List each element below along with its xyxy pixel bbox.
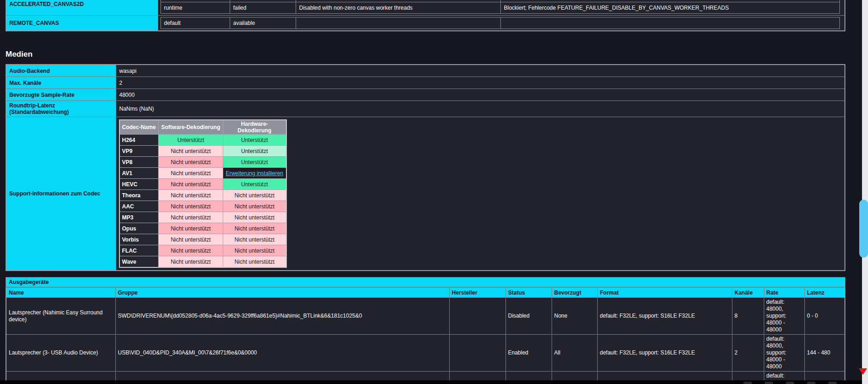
taskbar-icon[interactable] xyxy=(765,382,773,384)
table-row: Audio-Backend wasapi xyxy=(6,65,845,77)
media-value-cell: wasapi xyxy=(116,65,845,77)
taskbar-icon[interactable] xyxy=(743,382,752,384)
codec-support-cell: Nicht unterstützt xyxy=(223,190,286,201)
device-rate-cell: default: 48000, support: 48000 - 48000 xyxy=(764,298,804,335)
col-header-rate: Rate xyxy=(764,288,804,298)
codec-name-cell: Opus xyxy=(119,223,159,234)
col-header-status: Status xyxy=(505,288,552,298)
canvas-features-table: ACCELERATED_CANVAS2D runtime failed Disa… xyxy=(6,0,845,31)
media-label-cell: Roundtrip-Latenz (Standardabweichung) xyxy=(6,101,116,117)
codec-support-cell: Nicht unterstützt xyxy=(159,146,223,157)
device-rate-cell: default: 48000, support: 48000 - 48000 xyxy=(764,335,804,372)
output-devices-section-header: Ausgabegeräte xyxy=(6,277,845,287)
codec-support-cell: Nicht unterstützt xyxy=(223,234,286,245)
failure-code-cell: Blockiert; Fehlercode FEATURE_FAILURE_DI… xyxy=(500,2,840,14)
codec-row: Opus Nicht unterstützt Nicht unterstützt xyxy=(119,223,286,234)
taskbar-icon[interactable] xyxy=(828,382,837,384)
taskbar-icon[interactable] xyxy=(807,382,815,384)
device-row: Lautsprecher (3- USB Audio Device) USB\V… xyxy=(6,335,845,372)
codec-name-cell: FLAC xyxy=(119,245,159,256)
status-key-cell: default xyxy=(161,18,230,29)
codec-support-table: Codec-Name Software-Dekodierung Hardware… xyxy=(119,119,287,268)
status-key-cell: runtime xyxy=(161,2,230,14)
col-header-channels: Kanäle xyxy=(732,288,764,298)
codec-name-cell: Theora xyxy=(119,190,159,201)
device-vendor-cell xyxy=(449,298,505,335)
col-header-latency: Latenz xyxy=(804,288,845,298)
device-preferred-cell: All xyxy=(552,335,597,372)
codec-name-cell: HEVC xyxy=(119,179,159,190)
codec-support-cell: Nicht unterstützt xyxy=(159,234,223,245)
codec-support-label-cell: Support-Informationen zum Codec xyxy=(6,117,116,271)
feature-status-subtable: default available xyxy=(161,17,840,29)
codec-row: VP8 Nicht unterstützt Unterstützt xyxy=(119,157,286,168)
media-value-cell: 2 xyxy=(116,77,845,89)
device-status-cell: Enabled xyxy=(505,335,552,372)
codec-row: Vorbis Nicht unterstützt Nicht unterstüt… xyxy=(119,234,286,245)
col-header-format: Format xyxy=(597,288,732,298)
codec-support-cell: Nicht unterstützt xyxy=(159,190,223,201)
col-header-group: Gruppe xyxy=(115,288,449,298)
taskbar-icon[interactable] xyxy=(786,382,794,384)
output-devices-title: Ausgabegeräte xyxy=(9,279,49,285)
scrollbar-track[interactable] xyxy=(862,0,868,384)
codec-row: H264 Unterstützt Unterstützt xyxy=(119,135,286,146)
about-support-page: ACCELERATED_CANVAS2D runtime failed Disa… xyxy=(0,0,868,384)
device-name-cell: Lautsprecher (3- USB Audio Device) xyxy=(6,335,115,372)
device-vendor-cell xyxy=(449,335,505,372)
table-row: Bevorzugte Sample-Rate 48000 xyxy=(6,89,845,101)
codec-name-cell: VP8 xyxy=(119,157,159,168)
device-name-cell: Lautsprecher (Nahimic Easy Surround devi… xyxy=(6,298,115,335)
status-message-cell: Disabled with non-zero canvas worker thr… xyxy=(296,2,500,14)
taskbar xyxy=(0,380,868,384)
table-row: Support-Informationen zum Codec Codec-Na… xyxy=(6,117,845,271)
device-format-cell: default: F32LE, support: S16LE F32LE xyxy=(597,298,732,335)
codec-row: MP3 Nicht unterstützt Nicht unterstützt xyxy=(119,212,286,223)
codec-name-cell: AAC xyxy=(119,201,159,212)
status-message-cell xyxy=(296,18,500,29)
codec-support-cell: Nicht unterstützt xyxy=(223,256,286,268)
software-decoding-header: Software-Dekodierung xyxy=(159,120,223,135)
codec-support-cell: Nicht unterstützt xyxy=(159,179,223,190)
feature-status-cell: default available xyxy=(158,16,845,31)
media-label-cell: Audio-Backend xyxy=(6,65,116,77)
output-devices-table: Name Gruppe Hersteller Status Bevorzugt … xyxy=(6,287,845,384)
codec-row: HEVC Nicht unterstützt Unterstützt xyxy=(119,179,286,190)
feature-label-cell: ACCELERATED_CANVAS2D xyxy=(6,0,158,16)
codec-support-cell: Unterstützt xyxy=(223,157,286,168)
failure-code-cell xyxy=(500,18,840,29)
codec-support-cell: Nicht unterstützt xyxy=(159,201,223,212)
codec-support-cell: Nicht unterstützt xyxy=(223,245,286,256)
device-latency-cell: 0 - 0 xyxy=(804,298,845,335)
codec-name-cell: AV1 xyxy=(119,168,159,179)
device-group-cell: USB\VID_040D&PID_340A&MI_00\7&26f71f6e&0… xyxy=(115,335,449,372)
media-value-cell: 48000 xyxy=(116,89,845,101)
codec-name-cell: MP3 xyxy=(119,212,159,223)
codec-support-cell: Nicht unterstützt xyxy=(159,245,223,256)
codec-row: AV1 Nicht unterstützt Erweiterung instal… xyxy=(119,168,286,179)
codec-support-cell: Unterstützt xyxy=(223,179,286,190)
table-row: Max. Kanäle 2 xyxy=(6,77,845,89)
device-row: Lautsprecher (Nahimic Easy Surround devi… xyxy=(6,298,845,335)
device-channels-cell: 8 xyxy=(732,298,764,335)
status-value-cell: available xyxy=(230,18,296,29)
codec-row: Wave Nicht unterstützt Nicht unterstützt xyxy=(119,256,286,268)
codec-support-cell: Unterstützt xyxy=(223,135,286,146)
scrollbar-thumb[interactable] xyxy=(859,200,868,258)
codec-support-cell: Nicht unterstützt xyxy=(223,212,286,223)
codec-row: Theora Nicht unterstützt Nicht unterstüt… xyxy=(119,190,286,201)
codec-support-cell: Nicht unterstützt xyxy=(159,223,223,234)
col-header-vendor: Hersteller xyxy=(449,288,505,298)
table-header-row: Name Gruppe Hersteller Status Bevorzugt … xyxy=(6,288,845,298)
feature-status-subtable: runtime failed Disabled with non-zero ca… xyxy=(161,0,840,14)
install-extension-link[interactable]: Erweiterung installieren xyxy=(226,170,283,177)
codec-support-cell: Nicht unterstützt xyxy=(223,223,286,234)
device-latency-cell: 144 - 480 xyxy=(804,335,845,372)
device-preferred-cell: None xyxy=(552,298,597,335)
codec-support-cell: Nicht unterstützt xyxy=(159,157,223,168)
codec-row: AAC Nicht unterstützt Nicht unterstützt xyxy=(119,201,286,212)
codec-row: VP9 Nicht unterstützt Unterstützt xyxy=(119,146,286,157)
media-label-cell: Bevorzugte Sample-Rate xyxy=(6,89,116,101)
codec-support-cell: Nicht unterstützt xyxy=(159,212,223,223)
codec-support-cell: Nicht unterstützt xyxy=(159,168,223,179)
